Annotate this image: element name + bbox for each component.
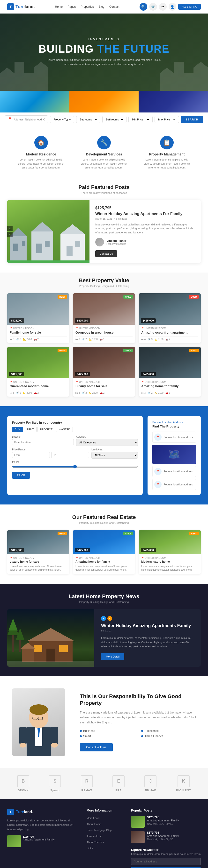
newsletter-input[interactable] <box>131 858 201 865</box>
footer-link-terms[interactable]: Terms of Use <box>86 834 122 838</box>
resp-text: There are many variations of passages of… <box>80 710 201 725</box>
tab-rent[interactable]: RENT <box>24 427 36 432</box>
city-golden <box>70 91 139 113</box>
carousel-nav-prev[interactable]: ▲ ▼ <box>7 226 12 237</box>
footer-link-links[interactable]: Links <box>86 846 122 850</box>
newsletter-subscribe-btn[interactable]: SUBSCRIBE <box>131 867 201 868</box>
property-img-5: SALE $425,000 <box>73 347 135 378</box>
feature-property-management: 📋 Property Management Lorem ipsum dolor … <box>143 136 191 170</box>
feature-desc-2: Lorem ipsum dolor sit adipiscing elit. L… <box>80 158 128 170</box>
location-icon-1: 📍 <box>154 434 161 441</box>
search-location-input[interactable] <box>14 118 45 121</box>
price-to-input[interactable] <box>51 452 89 458</box>
badge-blue: ★ <box>101 616 106 621</box>
logo[interactable]: T Tureland. <box>7 3 35 10</box>
featured-location-2: 📍 UNITED KINGDOM <box>75 557 133 559</box>
consult-btn[interactable]: Consult With us <box>80 743 113 751</box>
search-price-max-field[interactable]: Max Price <box>155 116 179 123</box>
user-icon-btn[interactable]: 👤 <box>168 3 176 11</box>
footer-preview-img <box>7 835 21 847</box>
featured-card-3[interactable]: RENT $425,000 📍 UNITED KINGDOM Modern lu… <box>139 530 201 574</box>
footer-link-blog[interactable]: Direct Mortgage Blog <box>86 828 122 832</box>
search-beds-field[interactable]: Bedrooms 1234+ <box>76 116 100 123</box>
nav-properties[interactable]: Properties <box>81 5 94 8</box>
footer-post-meta-2: $179,795 Amazing Apartment Family New Yo… <box>147 831 179 843</box>
property-card-5[interactable]: SALE $425,000 📍 UNITED KINGDOM Luxury ho… <box>73 347 135 397</box>
featured-img-3: RENT $425,000 <box>139 530 201 554</box>
footer-link-about[interactable]: About Home <box>86 822 122 826</box>
search-max-price-select[interactable]: Max Price <box>157 118 176 121</box>
category-select[interactable]: All Categories <box>76 439 138 446</box>
find-panel: Popular Location Address Find The Proper… <box>148 416 201 495</box>
search-location-field[interactable]: 📍 <box>5 115 48 123</box>
footer-logo[interactable]: T Tureland. <box>7 809 77 815</box>
nav-pages[interactable]: Pages <box>68 5 76 8</box>
footer-post-1[interactable]: $125,795 Amazing Apartment Family New Yo… <box>131 816 201 828</box>
property-card-2[interactable]: SALE $425,000 📍 UNITED KINGDOM Gorgeous … <box>73 293 135 343</box>
featured-status-2: SALE <box>123 532 133 535</box>
property-info-1: 📍 UNITED KINGDOM Family home for sale 🛏 … <box>7 324 69 343</box>
price-range-slider[interactable] <box>12 465 138 468</box>
partner-synno: S Synno <box>49 775 61 792</box>
land-area-group: Land Area All Sizes <box>92 448 138 459</box>
footer-post-2[interactable]: $179,795 Amazing Apartment Family New Yo… <box>131 831 201 843</box>
settings-icon-btn[interactable]: ⚙️ <box>149 3 157 11</box>
stat-beds-6: 🛏 3 <box>141 392 146 394</box>
price-range-group: Price Range <box>12 448 89 459</box>
next-btn[interactable]: ▼ <box>7 232 12 237</box>
search-form-row-2: Price Range Land Area All Sizes <box>12 448 138 459</box>
author-avatar <box>95 238 104 246</box>
footer-link-main[interactable]: Main Level <box>86 816 122 820</box>
feature-dot-4 <box>141 735 143 737</box>
find-location-2[interactable]: 📍 Popular location address <box>152 466 196 477</box>
find-location-3[interactable]: 📍 Popular location address <box>152 479 196 490</box>
partner-icon-kion: K <box>178 775 190 787</box>
search-price-min-field[interactable]: Min Price <box>128 116 153 123</box>
feature-title-2: Development Services <box>80 152 128 156</box>
footer-links-col: More Information Main Level About Home D… <box>86 809 122 868</box>
footer-links-title: More Information <box>86 809 122 812</box>
tab-buy[interactable]: BUY <box>12 427 23 432</box>
price-from-input[interactable] <box>12 452 50 458</box>
property-price-4: $425,000 <box>9 372 24 376</box>
search-min-price-select[interactable]: Min Price <box>131 118 150 121</box>
all-listing-btn[interactable]: ALL LISTING <box>178 4 201 10</box>
tab-project[interactable]: PROJECT <box>37 427 55 432</box>
tab-wanted[interactable]: WANTED <box>56 427 73 432</box>
prev-btn[interactable]: ▲ <box>7 226 12 231</box>
property-card-3[interactable]: SOLD $425,000 📍 UNITED KINGDOM Amazing o… <box>139 293 201 343</box>
feature-icon-2: 🔧 <box>97 136 111 149</box>
svg-marker-9 <box>60 224 85 234</box>
search-baths-field[interactable]: Bathrooms 1234+ <box>102 116 127 123</box>
nav-blog[interactable]: Blog <box>99 5 104 8</box>
nav-home[interactable]: Home <box>55 5 63 8</box>
footer-link-themes[interactable]: About Themes <box>86 840 122 844</box>
partner-jinjab: J JIN JAB <box>145 775 156 792</box>
search-type-field[interactable]: Property Type House Apartment <box>50 116 74 123</box>
contact-us-btn[interactable]: Contact Us <box>95 250 117 257</box>
compare-icon-btn[interactable]: ⇌ <box>159 3 167 11</box>
search-icon-btn[interactable]: 🔍 <box>139 3 147 11</box>
land-area-select[interactable]: All Sizes <box>92 452 138 459</box>
search-button[interactable]: SEARCH <box>181 116 203 123</box>
search-bar: 📍 Property Type House Apartment Bedrooms… <box>0 113 208 126</box>
property-card-1[interactable]: RENT $425,000 📍 UNITED KINGDOM Family ho… <box>7 293 69 343</box>
search-beds-select[interactable]: Bedrooms 1234+ <box>79 118 98 121</box>
footer-post-price-1: $125,795 <box>147 816 179 819</box>
more-detail-btn[interactable]: More Detail <box>101 653 124 660</box>
price-search-btn[interactable]: PRICE <box>12 472 30 479</box>
property-card-4[interactable]: RENT $425,000 📍 UNITED KINGDOM Guarantee… <box>7 347 69 397</box>
search-type-select[interactable]: Property Type House Apartment <box>52 118 71 121</box>
nav-contact[interactable]: Contact <box>109 5 119 8</box>
featured-card-1[interactable]: RENT $425,000 📍 UNITED KINGDOM Luxury ho… <box>7 530 69 574</box>
stat-beds-1: 🛏 3 <box>10 338 14 341</box>
property-card-6[interactable]: RENT $425,000 📍 UNITED KINGDOM Amazing h… <box>139 347 201 397</box>
featured-card-2[interactable]: SALE $425,000 📍 UNITED KINGDOM Amazing h… <box>73 530 135 574</box>
property-status-5: SALE <box>123 349 133 352</box>
svg-rect-3 <box>22 241 25 246</box>
search-baths-select[interactable]: Bathrooms 1234+ <box>105 118 124 121</box>
footer-preview-price: $125,795 <box>23 835 54 838</box>
find-location-1[interactable]: 📍 Popular location address <box>152 432 196 443</box>
svg-point-33 <box>29 704 48 715</box>
location-input[interactable] <box>12 439 74 445</box>
